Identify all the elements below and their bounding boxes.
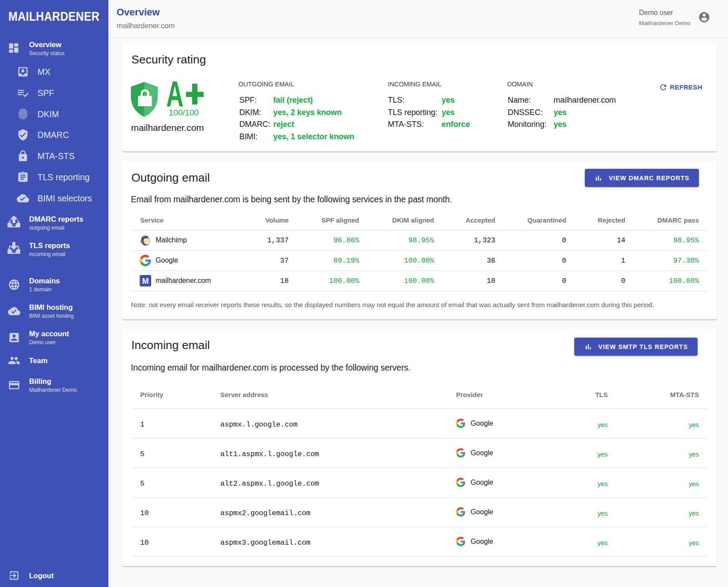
- svg-text:M: M: [142, 277, 149, 286]
